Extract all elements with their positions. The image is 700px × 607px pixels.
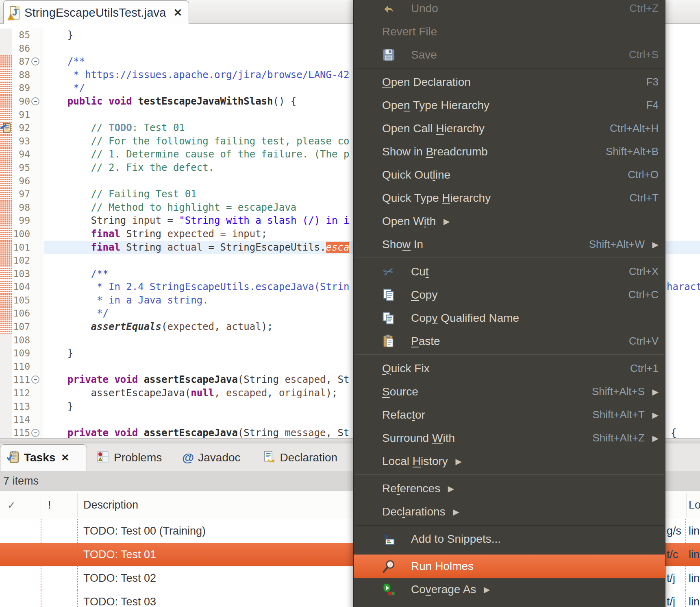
annotation-ruler-cell bbox=[0, 55, 12, 68]
menu-item-declarations[interactable]: Declarations▶ bbox=[354, 500, 665, 523]
code-token: , bbox=[214, 387, 226, 399]
menu-shortcut: Shift+Alt+Z bbox=[592, 432, 645, 444]
panel-tab-problems[interactable]: Problems bbox=[90, 444, 167, 471]
column-header-location[interactable]: Lo bbox=[689, 491, 700, 519]
menu-item-open-declaration[interactable]: Open DeclarationF3 bbox=[354, 70, 665, 94]
menu-item-show-in[interactable]: Show InShift+Alt+W▶ bbox=[354, 233, 665, 256]
code-token: // 1. Determine cause of the failure. (T… bbox=[44, 148, 349, 160]
menu-item-label: Open With bbox=[382, 215, 436, 228]
code-token: TODO bbox=[109, 122, 132, 133]
column-header-description[interactable]: Description bbox=[83, 491, 138, 519]
menu-item-open-call-hierarchy[interactable]: Open Call HierarchyCtrl+Alt+H bbox=[354, 117, 665, 140]
column-divider bbox=[41, 493, 41, 517]
menu-item-run-holmes[interactable]: Run Holmes bbox=[354, 555, 665, 578]
menu-item-surround-with[interactable]: Surround WithShift+Alt+Z▶ bbox=[354, 426, 665, 450]
fold-collapse-icon[interactable] bbox=[31, 57, 39, 66]
line-number: 103 bbox=[12, 267, 30, 281]
fold-collapse-icon[interactable] bbox=[31, 376, 39, 384]
panel-tab-declaration[interactable]: Declaration bbox=[257, 444, 343, 471]
code-token: null bbox=[191, 387, 214, 399]
code-token: // bbox=[44, 122, 109, 133]
panel-tab-tasks[interactable]: Tasks✕ bbox=[0, 444, 87, 471]
menu-item-label: Quick Type Hierarchy bbox=[382, 192, 491, 205]
line-number: 115 bbox=[12, 426, 30, 438]
line-number: 106 bbox=[12, 307, 30, 320]
fold-collapse-icon[interactable] bbox=[31, 429, 39, 437]
fold-ruler-cell bbox=[30, 294, 44, 307]
code-token: assertEscapeJava bbox=[144, 374, 238, 385]
column-divider bbox=[77, 493, 78, 517]
menu-shortcut: Ctrl+C bbox=[628, 288, 659, 301]
annotation-ruler-cell bbox=[0, 267, 12, 281]
menu-shortcut: Shift+Alt+T bbox=[592, 408, 645, 421]
fold-ruler-cell bbox=[30, 68, 44, 82]
code-token: , bbox=[267, 387, 279, 399]
submenu-arrow-icon: ▶ bbox=[650, 433, 659, 443]
line-number: 102 bbox=[12, 254, 30, 267]
menu-item-refactor[interactable]: RefactorShift+Alt+T▶ bbox=[354, 403, 665, 426]
menu-item-quick-outline[interactable]: Quick OutlineCtrl+O bbox=[354, 163, 665, 186]
line-number: 89 bbox=[12, 81, 30, 95]
code-token: /** bbox=[44, 268, 109, 279]
annotation-ruler-cell bbox=[0, 227, 12, 241]
menu-item-source[interactable]: SourceShift+Alt+S▶ bbox=[354, 380, 665, 403]
menu-item-label: Declarations bbox=[382, 505, 446, 518]
menu-item-copy[interactable]: CopyCtrl+C bbox=[354, 283, 665, 306]
code-token: message bbox=[285, 427, 326, 438]
menu-shortcut: Ctrl+1 bbox=[630, 362, 659, 375]
column-header-check[interactable]: ✓ bbox=[7, 491, 15, 519]
menu-item-label: Add to Snippets... bbox=[411, 533, 501, 546]
menu-item-show-in-breadcrumb[interactable]: Show in BreadcrumbShift+Alt+B bbox=[354, 140, 665, 163]
annotation-ruler-cell bbox=[0, 188, 12, 201]
run-icon bbox=[380, 605, 397, 607]
save-icon bbox=[380, 47, 397, 63]
menu-item-paste[interactable]: PasteCtrl+V bbox=[354, 330, 665, 353]
code-token: } bbox=[44, 347, 73, 359]
fold-collapse-icon[interactable] bbox=[31, 97, 39, 105]
panel-tab-close-icon[interactable]: ✕ bbox=[61, 452, 69, 463]
task-marker-icon[interactable] bbox=[0, 122, 11, 133]
line-number: 101 bbox=[12, 241, 30, 254]
fold-ruler-cell bbox=[30, 214, 44, 227]
line-number: 108 bbox=[12, 334, 30, 347]
menu-item-label: Coverage As bbox=[411, 583, 476, 596]
editor-tab-stringescapeutilstest[interactable]: J StringEscapeUtilsTest.java ✕ bbox=[3, 0, 189, 24]
menu-item-quick-fix[interactable]: Quick FixCtrl+1 bbox=[354, 357, 665, 380]
fold-ruler-cell bbox=[30, 334, 44, 347]
menu-item-cut[interactable]: ✂CutCtrl+X bbox=[354, 260, 665, 283]
menu-item-open-type-hierarchy[interactable]: Open Type HierarchyF4 bbox=[354, 94, 665, 117]
panel-tab-label: Tasks bbox=[24, 451, 55, 464]
menu-item-add-to-snippets[interactable]: Add to Snippets... bbox=[354, 527, 665, 550]
menu-item-references[interactable]: References▶ bbox=[354, 477, 665, 500]
task-description: TODO: Test 00 (Training) bbox=[83, 519, 206, 543]
code-token: ); bbox=[261, 321, 273, 332]
column-divider bbox=[685, 590, 686, 607]
tab-close-icon[interactable]: ✕ bbox=[174, 7, 183, 19]
code-token: = bbox=[214, 228, 232, 240]
annotation-ruler-cell bbox=[0, 320, 12, 334]
undo-icon bbox=[380, 0, 397, 17]
code-token: ( bbox=[161, 321, 167, 332]
column-divider bbox=[77, 543, 78, 566]
annotation-ruler-cell bbox=[0, 360, 12, 373]
line-number: 114 bbox=[12, 413, 30, 426]
menu-item-open-with[interactable]: Open With▶ bbox=[354, 210, 665, 233]
code-token: "String with a slash (/) in i bbox=[179, 215, 349, 226]
panel-tab-javadoc[interactable]: @Javadoc bbox=[176, 444, 246, 471]
column-header-priority[interactable]: ! bbox=[48, 491, 51, 519]
code-token: actual bbox=[226, 321, 261, 332]
menu-item-local-history[interactable]: Local History▶ bbox=[354, 450, 665, 473]
column-divider bbox=[41, 590, 41, 607]
fold-ruler-cell bbox=[30, 400, 44, 413]
code-token: expected bbox=[167, 321, 214, 332]
menu-item-copy-qualified-name[interactable]: Copy Qualified Name bbox=[354, 306, 665, 330]
menu-item-revert-file: Revert File bbox=[354, 20, 665, 43]
annotation-ruler-cell bbox=[0, 413, 12, 426]
menu-item-coverage-as[interactable]: Coverage As▶ bbox=[354, 578, 665, 601]
task-path-fragment: g/s bbox=[667, 519, 681, 543]
code-token: private void bbox=[44, 374, 144, 385]
fold-ruler-cell bbox=[30, 175, 44, 188]
menu-item-run-as[interactable]: Run As▶ bbox=[354, 601, 665, 607]
menu-shortcut: Ctrl+Alt+H bbox=[610, 122, 659, 135]
menu-item-quick-type-hierarchy[interactable]: Quick Type HierarchyCtrl+T bbox=[354, 186, 665, 210]
